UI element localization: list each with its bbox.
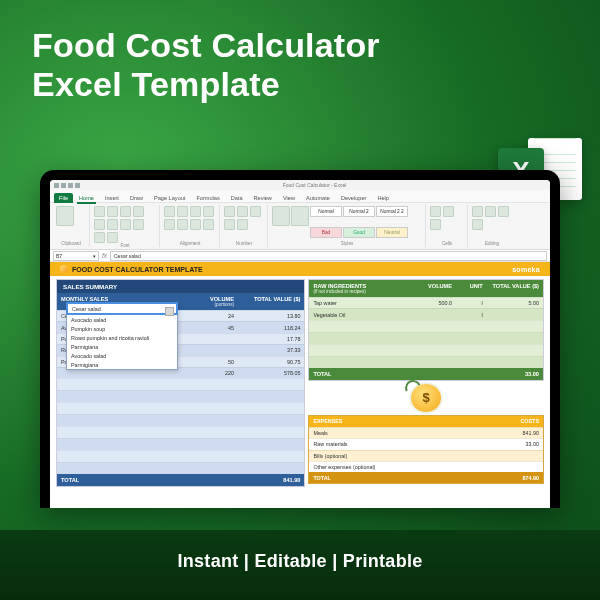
sales-summary-panel: SALES SUMMARY MONTHLY SALES VOLUME(porti… (56, 279, 305, 487)
hero-title: Food Cost Calculator Excel Template (0, 0, 600, 104)
tab-draw[interactable]: Draw (125, 193, 148, 203)
footer-tagline: Instant | Editable | Printable (0, 551, 600, 572)
hero-line1: Food Cost Calculator (32, 26, 600, 65)
tab-developer[interactable]: Developer (336, 193, 372, 203)
ribbon-group-styles: Normal Normal 2 Normal 2 2 Bad Good Neut… (269, 205, 426, 247)
ribbon-group-editing: Editing (469, 205, 515, 247)
laptop: Food Cost Calculator - Excel File Home I… (40, 170, 560, 508)
ribbon-group-number: Number (221, 205, 268, 247)
worksheet[interactable]: FOOD COST CALCULATOR TEMPLATE someka SAL… (50, 262, 550, 508)
tab-formulas[interactable]: Formulas (191, 193, 224, 203)
tab-view[interactable]: View (278, 193, 300, 203)
tab-automate[interactable]: Automate (301, 193, 335, 203)
paste-icon[interactable] (56, 206, 74, 226)
tab-home[interactable]: Home (74, 193, 99, 203)
tab-data[interactable]: Data (226, 193, 248, 203)
dropdown-option[interactable]: Pumpkin soup (67, 324, 177, 333)
ribbon-group-clipboard: Clipboard (53, 205, 90, 247)
tab-page-layout[interactable]: Page Layout (149, 193, 190, 203)
dropdown-option[interactable]: Roast pumpkin and ricotta ravioli (67, 333, 177, 342)
worksheet-header: FOOD COST CALCULATOR TEMPLATE someka (50, 262, 550, 276)
sales-title: SALES SUMMARY (57, 280, 304, 293)
meal-dropdown[interactable]: Cesar salad Avocado salad Pumpkin soup R… (66, 302, 178, 370)
format-as-table-icon[interactable] (291, 206, 309, 226)
formula-bar: B7 ▾ fx Cesar salad (50, 250, 550, 262)
ribbon: Clipboard Font Alignment Number (50, 203, 550, 250)
template-logo-icon (60, 265, 68, 273)
dropdown-option[interactable]: Parmigiana (67, 342, 177, 351)
tab-file[interactable]: File (54, 193, 73, 203)
dropdown-option[interactable]: Avocado salad (67, 351, 177, 360)
brand-label: someka (512, 266, 540, 273)
money-cycle-icon (411, 384, 441, 412)
window-titlebar: Food Cost Calculator - Excel (50, 180, 550, 190)
ribbon-group-font: Font (91, 205, 160, 247)
dropdown-selected[interactable]: Cesar salad (66, 302, 178, 315)
fx-icon[interactable]: fx (102, 252, 107, 259)
tab-help[interactable]: Help (372, 193, 394, 203)
hero-line2: Excel Template (32, 65, 600, 104)
name-box[interactable]: B7 ▾ (53, 251, 99, 261)
chevron-down-icon[interactable]: ▾ (93, 253, 96, 259)
quick-access[interactable] (54, 183, 80, 188)
formula-input[interactable]: Cesar salad (110, 251, 547, 261)
conditional-formatting-icon[interactable] (272, 206, 290, 226)
dropdown-option[interactable]: Parmigiana (67, 360, 177, 369)
tab-insert[interactable]: Insert (100, 193, 124, 203)
document-title: Food Cost Calculator - Excel (83, 182, 546, 188)
ribbon-group-cells: Cells (427, 205, 468, 247)
expenses-panel: EXPENSESCOSTS Meals841.90 Raw materials3… (308, 415, 544, 485)
dropdown-option[interactable]: Avocado salad (67, 315, 177, 324)
ribbon-tabs[interactable]: File Home Insert Draw Page Layout Formul… (50, 190, 550, 203)
raw-ingredients-panel: RAW INGREDIENTS(if not included in recip… (308, 279, 544, 381)
ribbon-group-alignment: Alignment (161, 205, 220, 247)
tab-review[interactable]: Review (249, 193, 277, 203)
